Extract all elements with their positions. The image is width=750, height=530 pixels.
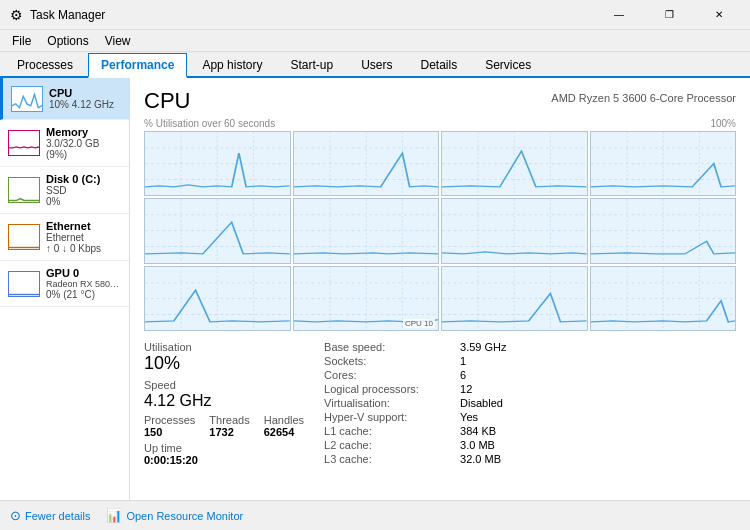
sidebar-ethernet-sublabel: Ethernet: [46, 232, 121, 243]
titlebar: ⚙ Task Manager — ❐ ✕: [0, 0, 750, 30]
cpu-chart-7: [590, 198, 737, 263]
cpu-chart-8: [144, 266, 291, 331]
cpu-chart-2: [441, 131, 588, 196]
sidebar-item-ethernet[interactable]: Ethernet Ethernet ↑ 0 ↓ 0 Kbps: [0, 214, 129, 261]
logical-processors-value: 12: [460, 383, 472, 395]
cpu-chart-11: [590, 266, 737, 331]
restore-button[interactable]: ❐: [646, 0, 692, 30]
tab-details[interactable]: Details: [407, 53, 470, 76]
sidebar-memory-label: Memory: [46, 126, 121, 138]
tab-processes[interactable]: Processes: [4, 53, 86, 76]
cores-value: 6: [460, 369, 466, 381]
close-button[interactable]: ✕: [696, 0, 742, 30]
menu-view[interactable]: View: [97, 32, 139, 50]
l3-cache-label: L3 cache:: [324, 453, 454, 465]
sidebar-item-cpu[interactable]: CPU 10% 4.12 GHz: [0, 78, 129, 120]
fewer-details-link[interactable]: ⊙ Fewer details: [10, 508, 90, 523]
minimize-button[interactable]: —: [596, 0, 642, 30]
processes-label: Processes: [144, 414, 195, 426]
tabbar: Processes Performance App history Start-…: [0, 52, 750, 78]
processor-name: AMD Ryzen 5 3600 6-Core Processor: [551, 92, 736, 104]
cpu-chart-3: [590, 131, 737, 196]
sidebar-memory-info: Memory 3.0/32.0 GB (9%): [46, 126, 121, 160]
sidebar-disk-value: 0%: [46, 196, 121, 207]
cpu-chart-0: [144, 131, 291, 196]
speed-label: Speed: [144, 379, 304, 391]
uptime-label: Up time: [144, 442, 304, 454]
processes-group: Processes 150: [144, 414, 195, 438]
tab-performance[interactable]: Performance: [88, 53, 187, 78]
main-area: CPU 10% 4.12 GHz Memory 3.0/32.0 GB (9%): [0, 78, 750, 500]
sidebar-cpu-info: CPU 10% 4.12 GHz: [49, 87, 121, 110]
cores-row: Cores: 6: [324, 369, 506, 381]
sockets-label: Sockets:: [324, 355, 454, 367]
handles-group: Handles 62654: [264, 414, 304, 438]
tab-users[interactable]: Users: [348, 53, 405, 76]
threads-group: Threads 1732: [209, 414, 249, 438]
l2-cache-value: 3.0 MB: [460, 439, 495, 451]
utilisation-label: Utilisation: [144, 341, 304, 353]
cpu-chart-6: [441, 198, 588, 263]
sidebar-gpu-info: GPU 0 Radeon RX 580 Ser... 0% (21 °C): [46, 267, 121, 300]
cpu10-label: CPU 10: [403, 319, 435, 328]
left-stats: Utilisation 10% Speed 4.12 GHz Processes…: [144, 341, 304, 467]
base-speed-label: Base speed:: [324, 341, 454, 353]
sidebar-ethernet-label: Ethernet: [46, 220, 121, 232]
cpu-chart-9: CPU 10: [293, 266, 440, 331]
handles-label: Handles: [264, 414, 304, 426]
menu-file[interactable]: File: [4, 32, 39, 50]
cpu-chart-5: [293, 198, 440, 263]
bottombar: ⊙ Fewer details 📊 Open Resource Monitor: [0, 500, 750, 530]
sidebar-item-gpu[interactable]: GPU 0 Radeon RX 580 Ser... 0% (21 °C): [0, 261, 129, 307]
menubar: File Options View: [0, 30, 750, 52]
sidebar-disk-sublabel: SSD: [46, 185, 121, 196]
l1-cache-row: L1 cache: 384 KB: [324, 425, 506, 437]
base-speed-value: 3.59 GHz: [460, 341, 506, 353]
right-stats: Base speed: 3.59 GHz Sockets: 1 Cores: 6…: [324, 341, 506, 467]
cpu-charts-grid: CPU 10: [144, 131, 736, 331]
cpu-chart-1: [293, 131, 440, 196]
sidebar-ethernet-graph: [8, 224, 40, 250]
speed-value: 4.12 GHz: [144, 391, 304, 410]
virtualisation-row: Virtualisation: Disabled: [324, 397, 506, 409]
content-area: CPU AMD Ryzen 5 3600 6-Core Processor % …: [130, 78, 750, 500]
sidebar-gpu-label: GPU 0: [46, 267, 121, 279]
utilisation-value: 10%: [144, 353, 304, 375]
app-icon: ⚙: [8, 7, 24, 23]
handles-value: 62654: [264, 426, 304, 438]
tab-app-history[interactable]: App history: [189, 53, 275, 76]
hyperv-label: Hyper-V support:: [324, 411, 454, 423]
menu-options[interactable]: Options: [39, 32, 96, 50]
logical-processors-row: Logical processors: 12: [324, 383, 506, 395]
tab-startup[interactable]: Start-up: [277, 53, 346, 76]
app-title: Task Manager: [30, 8, 596, 22]
l1-cache-label: L1 cache:: [324, 425, 454, 437]
tab-services[interactable]: Services: [472, 53, 544, 76]
sidebar-disk-graph: [8, 177, 40, 203]
cpu-chart-10: [441, 266, 588, 331]
virtualisation-label: Virtualisation:: [324, 397, 454, 409]
l3-cache-value: 32.0 MB: [460, 453, 501, 465]
sockets-row: Sockets: 1: [324, 355, 506, 367]
sidebar-disk-info: Disk 0 (C:) SSD 0%: [46, 173, 121, 207]
chart-label: % Utilisation over 60 seconds: [144, 118, 275, 129]
uptime-value: 0:00:15:20: [144, 454, 304, 466]
sockets-value: 1: [460, 355, 466, 367]
sidebar-ethernet-info: Ethernet Ethernet ↑ 0 ↓ 0 Kbps: [46, 220, 121, 254]
l3-cache-row: L3 cache: 32.0 MB: [324, 453, 506, 465]
l2-cache-label: L2 cache:: [324, 439, 454, 451]
sidebar-memory-value: 3.0/32.0 GB (9%): [46, 138, 121, 160]
resource-monitor-icon: 📊: [106, 508, 122, 523]
open-resource-monitor-link[interactable]: 📊 Open Resource Monitor: [106, 508, 243, 523]
sidebar-item-memory[interactable]: Memory 3.0/32.0 GB (9%): [0, 120, 129, 167]
sidebar-item-disk[interactable]: Disk 0 (C:) SSD 0%: [0, 167, 129, 214]
chart-max: 100%: [710, 118, 736, 129]
sidebar-cpu-value: 10% 4.12 GHz: [49, 99, 121, 110]
cores-label: Cores:: [324, 369, 454, 381]
sidebar-gpu-graph: [8, 271, 40, 297]
sidebar-gpu-value: 0% (21 °C): [46, 289, 121, 300]
l2-cache-row: L2 cache: 3.0 MB: [324, 439, 506, 451]
content-header: CPU AMD Ryzen 5 3600 6-Core Processor: [144, 88, 736, 114]
l1-cache-value: 384 KB: [460, 425, 496, 437]
page-title: CPU: [144, 88, 190, 114]
